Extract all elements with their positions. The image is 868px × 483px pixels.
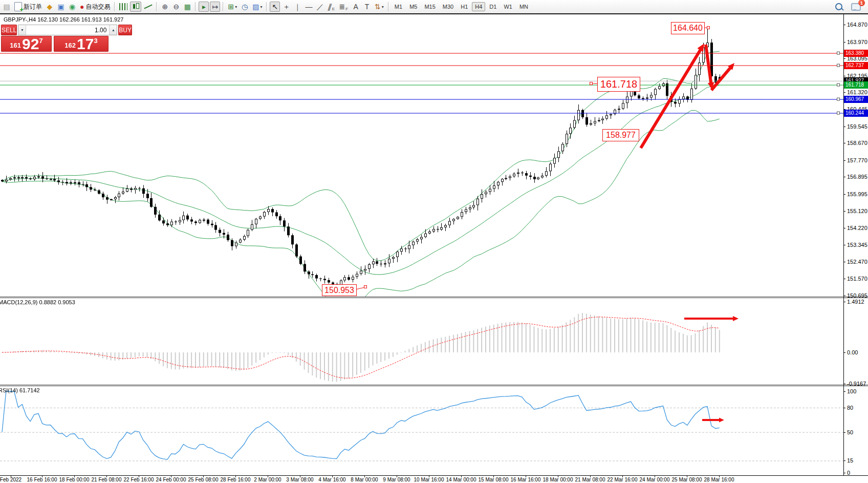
time-axis-label: 14 Mar 00:00 bbox=[446, 477, 476, 482]
toolbar-period-selector-button[interactable]: ◷ bbox=[240, 2, 250, 12]
notifications-button[interactable]: 1 bbox=[850, 2, 862, 12]
sell-button[interactable]: SELL bbox=[1, 25, 17, 35]
time-axis-border bbox=[0, 475, 868, 476]
toolbar-templates-button[interactable]: ▨▾ bbox=[251, 2, 264, 12]
arrows-tool-dropdown-icon[interactable]: ▾ bbox=[382, 5, 384, 9]
toolbar-candle-chart-button[interactable] bbox=[130, 2, 141, 12]
mt4-terminal: { "toolbar": { "items": [ {"name":"windo… bbox=[0, 0, 868, 483]
toolbar-line-chart-button[interactable] bbox=[142, 2, 154, 12]
toolbar-arrows-tool-button[interactable]: ⇅▾ bbox=[373, 2, 385, 12]
toolbar-separator bbox=[195, 2, 196, 11]
toolbar-new-order-button[interactable]: 新订单 bbox=[13, 2, 44, 12]
timeframe-m30-button[interactable]: M30 bbox=[440, 2, 457, 11]
chart-annotation-price-label[interactable]: 164.640 bbox=[671, 22, 705, 34]
toolbar-trendline-button[interactable]: ／ bbox=[315, 2, 325, 12]
volume-decrease-button[interactable]: ▼ bbox=[18, 25, 26, 35]
time-axis-tick bbox=[526, 475, 526, 477]
toolbar-window-sliver-button[interactable]: ▤ bbox=[2, 2, 12, 12]
buy-button[interactable]: BUY bbox=[118, 25, 132, 35]
macd-axis-label: 0.00 bbox=[847, 349, 858, 355]
timeframe-h4-button[interactable]: H4 bbox=[472, 2, 485, 11]
price-axis-tick bbox=[843, 76, 845, 76]
time-axis-tick bbox=[171, 475, 171, 477]
chart-annotation-price-label[interactable]: 158.977 bbox=[602, 129, 639, 141]
macd-indicator-label: MACD(12,26,9) 0.8882 0.9053 bbox=[0, 299, 75, 305]
rsi-axis-tick bbox=[843, 391, 845, 392]
search-button[interactable] bbox=[834, 2, 844, 12]
timeframe-mn-button[interactable]: MN bbox=[516, 2, 531, 11]
main-chart-canvas[interactable] bbox=[0, 14, 843, 297]
toolbar-separator bbox=[114, 2, 115, 11]
notification-badge: 1 bbox=[858, 0, 865, 6]
toolbar-horizontal-line-button[interactable]: — bbox=[303, 2, 314, 12]
price-axis-label: 155.995 bbox=[847, 191, 867, 197]
equidistant-channel-sub-label: E bbox=[332, 7, 335, 11]
time-axis-tick bbox=[139, 475, 139, 477]
timeframe-m15-button[interactable]: M15 bbox=[421, 2, 438, 11]
price-axis-tick bbox=[843, 228, 845, 228]
macd-panel-canvas[interactable] bbox=[0, 299, 843, 385]
toolbar-buttons: ▤新订单◆▣◉●自动交易⊕⊖▦▸↦⊞▾◷▨▾↖＋｜—／∥E≣FAT⇅▾ bbox=[1, 2, 391, 12]
macd-axis-label: 1.4912 bbox=[847, 299, 864, 305]
toolbar-text-button[interactable]: A bbox=[351, 2, 361, 12]
new-chart-dropdown-icon[interactable]: ▾ bbox=[235, 5, 237, 9]
fibonacci-icon: ≣ bbox=[339, 3, 345, 10]
price-tag: 160.244 bbox=[844, 110, 868, 117]
rsi-panel-splitter[interactable] bbox=[0, 385, 868, 386]
templates-dropdown-icon[interactable]: ▾ bbox=[260, 5, 262, 9]
chart-annotation-price-label[interactable]: 161.718 bbox=[597, 77, 640, 92]
timeframe-h1-button[interactable]: H1 bbox=[458, 2, 471, 11]
buy-quote[interactable]: 162173 bbox=[54, 36, 108, 52]
toolbar-right-cluster: 1 bbox=[833, 2, 863, 12]
line-chart-icon bbox=[144, 3, 152, 10]
macd-panel-splitter[interactable] bbox=[0, 297, 868, 298]
price-axis-tick bbox=[843, 245, 845, 245]
toolbar-auto-trading-button[interactable]: ●自动交易 bbox=[78, 2, 112, 12]
price-axis-label: 157.770 bbox=[847, 157, 867, 163]
toolbar-chart-windows-button[interactable]: ▣ bbox=[56, 2, 66, 12]
price-axis-label: 164.870 bbox=[847, 22, 867, 28]
toolbar-auto-scroll-button[interactable]: ▸ bbox=[199, 2, 209, 12]
toolbar-text-label-button[interactable]: T bbox=[362, 2, 372, 12]
time-axis-tick bbox=[429, 475, 429, 477]
toolbar-equidistant-channel-button[interactable]: ∥E bbox=[326, 2, 336, 12]
price-axis-tick bbox=[843, 262, 845, 262]
time-axis-label: 22 Mar 16:00 bbox=[607, 477, 638, 482]
price-tag: 160.967 bbox=[844, 96, 868, 103]
timeframe-w1-button[interactable]: W1 bbox=[501, 2, 515, 11]
search-icon bbox=[835, 3, 842, 10]
toolbar-new-chart-button[interactable]: ⊞▾ bbox=[226, 2, 238, 12]
volume-increase-button[interactable]: ▲ bbox=[109, 25, 117, 35]
new-order-icon bbox=[14, 2, 22, 11]
price-axis-label: 153.345 bbox=[847, 242, 867, 248]
auto-trading-icon: ● bbox=[80, 3, 84, 10]
rsi-axis-label: 100 bbox=[847, 388, 856, 394]
time-axis-label: 21 Feb 08:00 bbox=[92, 477, 122, 482]
toolbar-chart-shift-button[interactable]: ↦ bbox=[210, 2, 220, 12]
time-axis-label: 21 Mar 08:00 bbox=[575, 477, 605, 482]
volume-spinbox: ▼ ▲ bbox=[18, 25, 117, 35]
price-tag: 162.737 bbox=[844, 62, 868, 69]
toolbar-indicators-button[interactable]: ◆ bbox=[45, 2, 55, 12]
timeframe-m1-button[interactable]: M1 bbox=[392, 2, 405, 11]
signals-icon: ◉ bbox=[69, 3, 75, 10]
price-axis-label: 154.220 bbox=[847, 225, 867, 231]
timeframe-m5-button[interactable]: M5 bbox=[406, 2, 420, 11]
rsi-panel-canvas[interactable] bbox=[0, 387, 843, 475]
chart-workspace: GBPJPY-,H4 162.130 162.266 161.913 161.9… bbox=[0, 14, 868, 483]
volume-input[interactable] bbox=[26, 25, 109, 35]
toolbar-bar-chart-button[interactable] bbox=[118, 2, 129, 12]
timeframe-d1-button[interactable]: D1 bbox=[486, 2, 500, 11]
toolbar-zoom-in-button[interactable]: ⊕ bbox=[160, 2, 170, 12]
toolbar-zoom-out-button[interactable]: ⊖ bbox=[171, 2, 181, 12]
time-axis-tick bbox=[493, 475, 494, 477]
toolbar-cursor-button[interactable]: ↖ bbox=[270, 2, 280, 12]
toolbar-vertical-line-button[interactable]: ｜ bbox=[292, 2, 302, 12]
sell-quote[interactable]: 161927 bbox=[1, 36, 52, 52]
chart-shift-icon: ↦ bbox=[212, 3, 219, 10]
toolbar-tile-windows-button[interactable]: ▦ bbox=[182, 2, 192, 12]
toolbar-crosshair-button[interactable]: ＋ bbox=[281, 2, 291, 12]
chart-annotation-price-label[interactable]: 150.953 bbox=[322, 284, 357, 296]
toolbar-signals-button[interactable]: ◉ bbox=[67, 2, 77, 12]
toolbar-fibonacci-button[interactable]: ≣F bbox=[337, 2, 350, 12]
